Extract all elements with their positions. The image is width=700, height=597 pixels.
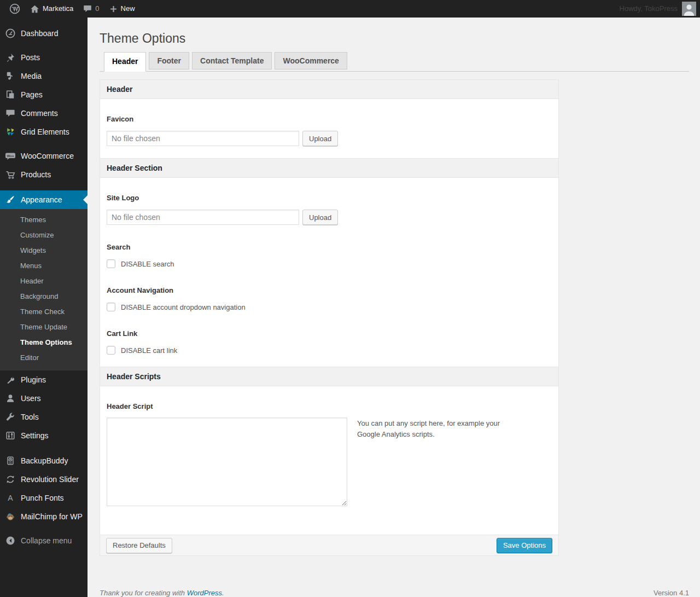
- section-header-header-scripts: Header Scripts: [100, 367, 558, 386]
- cart-link-label: Cart Link: [107, 329, 552, 338]
- howdy-account-link[interactable]: Howdy, TokoPress: [620, 0, 678, 18]
- sidebar-item-backupbuddy[interactable]: BackupBuddy: [0, 451, 88, 470]
- menu-separator: [0, 141, 88, 147]
- sidebar-item-comments[interactable]: Comments: [0, 104, 88, 123]
- brush-icon: [5, 194, 16, 205]
- pages-icon: [5, 89, 16, 100]
- plus-icon: [109, 5, 118, 13]
- sidebar-item-settings[interactable]: Settings: [0, 426, 88, 445]
- footer-thanks-prefix: Thank you for creating with: [100, 589, 187, 597]
- page-title: Theme Options: [100, 18, 689, 52]
- footer-thanks-period: .: [222, 589, 224, 597]
- site-logo-field: Site Logo Upload: [107, 194, 552, 225]
- header-script-textarea[interactable]: [107, 418, 347, 506]
- footer-version: Version 4.1: [654, 589, 689, 597]
- section-body-header-scripts: Header Script You can put any script her…: [100, 386, 558, 506]
- sidebar-item-dashboard[interactable]: Dashboard: [0, 24, 88, 43]
- site-logo-file-input[interactable]: [107, 210, 299, 225]
- sidebar-item-pages[interactable]: Pages: [0, 85, 88, 104]
- site-logo-upload-button[interactable]: Upload: [302, 210, 338, 225]
- sidebar-item-plugins[interactable]: Plugins: [0, 370, 88, 389]
- disable-search-checkbox[interactable]: [107, 259, 115, 268]
- home-icon: [30, 4, 39, 14]
- tab-footer[interactable]: Footer: [149, 52, 189, 69]
- sidebar-item-label: Posts: [21, 53, 40, 62]
- header-script-help-text: You can put any script here, for example…: [357, 418, 522, 506]
- tab-woocommerce[interactable]: WooCommerce: [275, 52, 347, 69]
- svg-text:Woo: Woo: [7, 154, 14, 158]
- media-icon: [5, 71, 16, 82]
- sidebar-item-punch-fonts[interactable]: A Punch Fonts: [0, 489, 88, 507]
- sidebar-item-label: Collapse menu: [21, 536, 72, 545]
- sidebar-item-grid-elements[interactable]: Grid Elements: [0, 123, 88, 141]
- main-content: Theme Options Header Footer Contact Temp…: [88, 0, 700, 597]
- disable-cart-link-checkbox[interactable]: [107, 346, 115, 355]
- sidebar-item-revolution-slider[interactable]: Revolution Slider: [0, 470, 88, 489]
- favicon-file-input[interactable]: [107, 131, 299, 146]
- submenu-item-theme-update[interactable]: Theme Update: [0, 320, 88, 335]
- sidebar-item-collapse-menu[interactable]: Collapse menu: [0, 531, 88, 550]
- section-body-header-section: Site Logo Upload Search DISABLE search A…: [100, 178, 558, 367]
- admin-footer: Thank you for creating with WordPress. V…: [100, 556, 689, 597]
- favicon-label: Favicon: [107, 115, 552, 123]
- plugin-icon: [5, 374, 16, 385]
- submenu-item-themes[interactable]: Themes: [0, 212, 88, 228]
- site-name-link[interactable]: Marketica: [25, 0, 78, 18]
- site-logo-label: Site Logo: [107, 194, 552, 202]
- sidebar-item-label: Comments: [21, 109, 58, 118]
- sidebar-item-woocommerce[interactable]: Woo WooCommerce: [0, 147, 88, 165]
- sidebar-item-appearance[interactable]: Appearance: [0, 190, 88, 209]
- footer-thanks-text: Thank you for creating with WordPress.: [100, 589, 224, 597]
- tab-contact-template[interactable]: Contact Template: [192, 52, 272, 69]
- menu-separator: [0, 445, 88, 451]
- sidebar-item-label: Grid Elements: [21, 127, 69, 136]
- avatar[interactable]: [682, 2, 696, 16]
- menu-separator: [0, 43, 88, 48]
- wordpress-menu[interactable]: [4, 0, 25, 18]
- restore-defaults-button[interactable]: Restore Defaults: [106, 538, 172, 553]
- sidebar-item-users[interactable]: Users: [0, 389, 88, 408]
- new-content-link[interactable]: New: [104, 0, 140, 18]
- save-options-button[interactable]: Save Options: [497, 538, 552, 553]
- admin-bar-left: Marketica 0 New: [0, 0, 140, 18]
- admin-bar-right: Howdy, TokoPress: [620, 0, 700, 18]
- sidebar-item-mailchimp[interactable]: MailChimp for WP: [0, 507, 88, 526]
- section-header-header-section: Header Section: [100, 158, 558, 178]
- wordpress-link[interactable]: WordPress: [187, 589, 222, 597]
- comments-link[interactable]: 0: [78, 0, 104, 18]
- sidebar-item-posts[interactable]: Posts: [0, 48, 88, 67]
- admin-bar: Marketica 0 New Howdy, TokoPress: [0, 0, 700, 18]
- appearance-submenu: Themes Customize Widgets Menus Header Ba…: [0, 209, 88, 370]
- sidebar-item-media[interactable]: Media: [0, 67, 88, 85]
- dashboard-icon: [5, 28, 16, 39]
- sidebar-item-products[interactable]: Products: [0, 165, 88, 184]
- submenu-item-background[interactable]: Background: [0, 289, 88, 304]
- sidebar-item-label: WooCommerce: [21, 152, 74, 160]
- sidebar-item-label: Revolution Slider: [21, 475, 79, 484]
- submenu-item-theme-options[interactable]: Theme Options: [0, 335, 88, 350]
- sidebar-item-label: Tools: [21, 413, 39, 421]
- admin-sidebar: Dashboard Posts Media Pages Comments Gri…: [0, 18, 88, 597]
- comments-icon: [5, 108, 16, 119]
- cart-icon: [5, 169, 16, 180]
- letter-a-icon: A: [5, 492, 16, 503]
- tab-header[interactable]: Header: [104, 52, 146, 72]
- cart-link-field: Cart Link DISABLE cart link: [107, 329, 552, 355]
- submenu-item-widgets[interactable]: Widgets: [0, 243, 88, 258]
- users-icon: [5, 393, 16, 404]
- submenu-item-header[interactable]: Header: [0, 274, 88, 289]
- submenu-item-customize[interactable]: Customize: [0, 228, 88, 243]
- submenu-item-menus[interactable]: Menus: [0, 258, 88, 274]
- sidebar-item-label: Appearance: [21, 195, 62, 204]
- admin-menu: Dashboard Posts Media Pages Comments Gri…: [0, 18, 88, 550]
- wordpress-logo-icon: [9, 3, 20, 14]
- submenu-item-editor[interactable]: Editor: [0, 350, 88, 366]
- sidebar-item-label: Punch Fonts: [21, 494, 64, 502]
- sidebar-item-label: Users: [21, 394, 41, 403]
- sidebar-item-tools[interactable]: Tools: [0, 408, 88, 426]
- favicon-upload-button[interactable]: Upload: [302, 131, 338, 146]
- refresh-icon: [5, 474, 16, 485]
- site-name-label: Marketica: [43, 0, 73, 18]
- submenu-item-theme-check[interactable]: Theme Check: [0, 304, 88, 320]
- disable-account-dropdown-checkbox[interactable]: [107, 303, 115, 311]
